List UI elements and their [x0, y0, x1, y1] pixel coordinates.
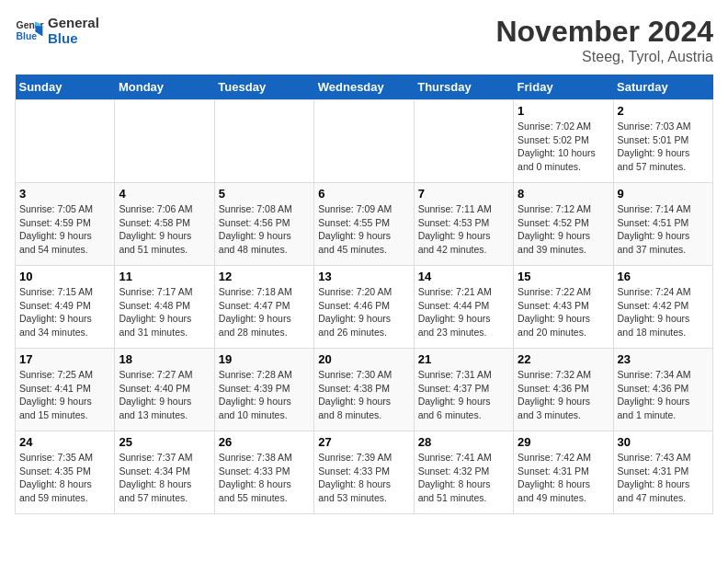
day-number: 30	[618, 435, 709, 449]
calendar-week-row: 17Sunrise: 7:25 AM Sunset: 4:41 PM Dayli…	[16, 349, 713, 431]
calendar-day-cell: 25Sunrise: 7:37 AM Sunset: 4:34 PM Dayli…	[115, 431, 214, 514]
day-of-week-header: Wednesday	[314, 75, 414, 100]
calendar-day-cell: 11Sunrise: 7:17 AM Sunset: 4:48 PM Dayli…	[115, 266, 214, 349]
calendar-day-cell: 14Sunrise: 7:21 AM Sunset: 4:44 PM Dayli…	[414, 266, 513, 349]
calendar-body: 1Sunrise: 7:02 AM Sunset: 5:02 PM Daylig…	[16, 100, 713, 514]
calendar-day-cell: 8Sunrise: 7:12 AM Sunset: 4:52 PM Daylig…	[514, 183, 613, 266]
day-number: 21	[418, 352, 509, 366]
calendar-day-cell: 7Sunrise: 7:11 AM Sunset: 4:53 PM Daylig…	[414, 183, 513, 266]
day-number: 4	[119, 187, 210, 201]
day-info: Sunrise: 7:20 AM Sunset: 4:46 PM Dayligh…	[318, 285, 409, 339]
calendar-day-cell	[314, 100, 414, 183]
day-info: Sunrise: 7:02 AM Sunset: 5:02 PM Dayligh…	[518, 120, 609, 174]
day-number: 15	[518, 270, 609, 283]
day-info: Sunrise: 7:18 AM Sunset: 4:47 PM Dayligh…	[219, 285, 310, 339]
day-info: Sunrise: 7:03 AM Sunset: 5:01 PM Dayligh…	[618, 120, 709, 174]
calendar-day-cell: 9Sunrise: 7:14 AM Sunset: 4:51 PM Daylig…	[613, 183, 712, 266]
calendar-week-row: 24Sunrise: 7:35 AM Sunset: 4:35 PM Dayli…	[16, 431, 713, 514]
day-of-week-header: Monday	[115, 75, 214, 100]
calendar-day-cell: 15Sunrise: 7:22 AM Sunset: 4:43 PM Dayli…	[514, 266, 613, 349]
main-title: November 2024	[495, 15, 713, 49]
day-number: 7	[418, 187, 509, 201]
day-of-week-header: Sunday	[16, 75, 115, 100]
calendar-week-row: 3Sunrise: 7:05 AM Sunset: 4:59 PM Daylig…	[16, 183, 713, 266]
day-info: Sunrise: 7:31 AM Sunset: 4:37 PM Dayligh…	[418, 368, 509, 422]
calendar-day-cell: 27Sunrise: 7:39 AM Sunset: 4:33 PM Dayli…	[314, 431, 414, 514]
day-number: 23	[618, 352, 709, 366]
day-number: 11	[119, 270, 210, 283]
calendar-day-cell: 5Sunrise: 7:08 AM Sunset: 4:56 PM Daylig…	[214, 183, 313, 266]
day-info: Sunrise: 7:30 AM Sunset: 4:38 PM Dayligh…	[318, 368, 409, 422]
day-info: Sunrise: 7:24 AM Sunset: 4:42 PM Dayligh…	[618, 285, 709, 339]
day-number: 13	[318, 270, 409, 283]
day-number: 19	[219, 352, 310, 366]
day-number: 5	[219, 187, 310, 201]
day-number: 12	[219, 270, 310, 283]
day-info: Sunrise: 7:12 AM Sunset: 4:52 PM Dayligh…	[518, 202, 609, 257]
calendar-day-cell: 10Sunrise: 7:15 AM Sunset: 4:49 PM Dayli…	[16, 266, 115, 349]
day-info: Sunrise: 7:21 AM Sunset: 4:44 PM Dayligh…	[418, 285, 509, 339]
day-info: Sunrise: 7:14 AM Sunset: 4:51 PM Dayligh…	[618, 202, 709, 257]
day-of-week-header: Friday	[514, 75, 613, 100]
logo: General Blue General Blue	[15, 15, 99, 46]
day-info: Sunrise: 7:27 AM Sunset: 4:40 PM Dayligh…	[119, 368, 210, 422]
day-info: Sunrise: 7:22 AM Sunset: 4:43 PM Dayligh…	[518, 285, 609, 339]
day-number: 2	[618, 104, 709, 118]
calendar-day-cell: 22Sunrise: 7:32 AM Sunset: 4:36 PM Dayli…	[514, 349, 613, 431]
day-of-week-header: Thursday	[414, 75, 513, 100]
calendar-day-cell: 13Sunrise: 7:20 AM Sunset: 4:46 PM Dayli…	[314, 266, 414, 349]
calendar-day-cell: 12Sunrise: 7:18 AM Sunset: 4:47 PM Dayli…	[214, 266, 313, 349]
calendar-day-cell: 24Sunrise: 7:35 AM Sunset: 4:35 PM Dayli…	[16, 431, 115, 514]
day-number: 10	[19, 270, 110, 283]
calendar-table: SundayMondayTuesdayWednesdayThursdayFrid…	[15, 75, 713, 514]
calendar-day-cell: 29Sunrise: 7:42 AM Sunset: 4:31 PM Dayli…	[514, 431, 613, 514]
day-number: 24	[19, 435, 110, 449]
calendar-header-row: SundayMondayTuesdayWednesdayThursdayFrid…	[16, 75, 713, 100]
day-of-week-header: Tuesday	[214, 75, 313, 100]
day-info: Sunrise: 7:39 AM Sunset: 4:33 PM Dayligh…	[318, 451, 409, 505]
calendar-day-cell: 20Sunrise: 7:30 AM Sunset: 4:38 PM Dayli…	[314, 349, 414, 431]
day-info: Sunrise: 7:09 AM Sunset: 4:55 PM Dayligh…	[318, 202, 409, 257]
title-section: November 2024 Steeg, Tyrol, Austria	[495, 15, 713, 65]
calendar-day-cell: 18Sunrise: 7:27 AM Sunset: 4:40 PM Dayli…	[115, 349, 214, 431]
day-info: Sunrise: 7:06 AM Sunset: 4:58 PM Dayligh…	[119, 202, 210, 257]
calendar-day-cell: 6Sunrise: 7:09 AM Sunset: 4:55 PM Daylig…	[314, 183, 414, 266]
calendar-day-cell: 16Sunrise: 7:24 AM Sunset: 4:42 PM Dayli…	[613, 266, 712, 349]
calendar-day-cell	[115, 100, 214, 183]
calendar-week-row: 10Sunrise: 7:15 AM Sunset: 4:49 PM Dayli…	[16, 266, 713, 349]
day-info: Sunrise: 7:37 AM Sunset: 4:34 PM Dayligh…	[119, 451, 210, 505]
day-info: Sunrise: 7:41 AM Sunset: 4:32 PM Dayligh…	[418, 451, 509, 505]
day-number: 29	[518, 435, 609, 449]
day-number: 25	[119, 435, 210, 449]
logo-general: General	[48, 15, 99, 30]
day-number: 8	[518, 187, 609, 201]
day-info: Sunrise: 7:28 AM Sunset: 4:39 PM Dayligh…	[219, 368, 310, 422]
calendar-day-cell: 3Sunrise: 7:05 AM Sunset: 4:59 PM Daylig…	[16, 183, 115, 266]
day-number: 27	[318, 435, 409, 449]
calendar-day-cell: 23Sunrise: 7:34 AM Sunset: 4:36 PM Dayli…	[613, 349, 712, 431]
svg-text:Blue: Blue	[17, 31, 38, 41]
day-number: 22	[518, 352, 609, 366]
day-number: 18	[119, 352, 210, 366]
day-number: 20	[318, 352, 409, 366]
day-info: Sunrise: 7:15 AM Sunset: 4:49 PM Dayligh…	[19, 285, 110, 339]
day-number: 28	[418, 435, 509, 449]
calendar-day-cell: 21Sunrise: 7:31 AM Sunset: 4:37 PM Dayli…	[414, 349, 513, 431]
day-info: Sunrise: 7:38 AM Sunset: 4:33 PM Dayligh…	[219, 451, 310, 505]
day-info: Sunrise: 7:17 AM Sunset: 4:48 PM Dayligh…	[119, 285, 210, 339]
day-info: Sunrise: 7:08 AM Sunset: 4:56 PM Dayligh…	[219, 202, 310, 257]
calendar-day-cell	[214, 100, 313, 183]
day-number: 16	[618, 270, 709, 283]
day-number: 1	[518, 104, 609, 118]
day-number: 26	[219, 435, 310, 449]
calendar-day-cell: 17Sunrise: 7:25 AM Sunset: 4:41 PM Dayli…	[16, 349, 115, 431]
day-number: 3	[19, 187, 110, 201]
calendar-day-cell: 26Sunrise: 7:38 AM Sunset: 4:33 PM Dayli…	[214, 431, 313, 514]
day-info: Sunrise: 7:42 AM Sunset: 4:31 PM Dayligh…	[518, 451, 609, 505]
day-of-week-header: Saturday	[613, 75, 712, 100]
calendar-day-cell	[16, 100, 115, 183]
calendar-day-cell: 28Sunrise: 7:41 AM Sunset: 4:32 PM Dayli…	[414, 431, 513, 514]
day-info: Sunrise: 7:34 AM Sunset: 4:36 PM Dayligh…	[618, 368, 709, 422]
day-number: 17	[19, 352, 110, 366]
page-header: General Blue General Blue November 2024 …	[15, 15, 713, 65]
